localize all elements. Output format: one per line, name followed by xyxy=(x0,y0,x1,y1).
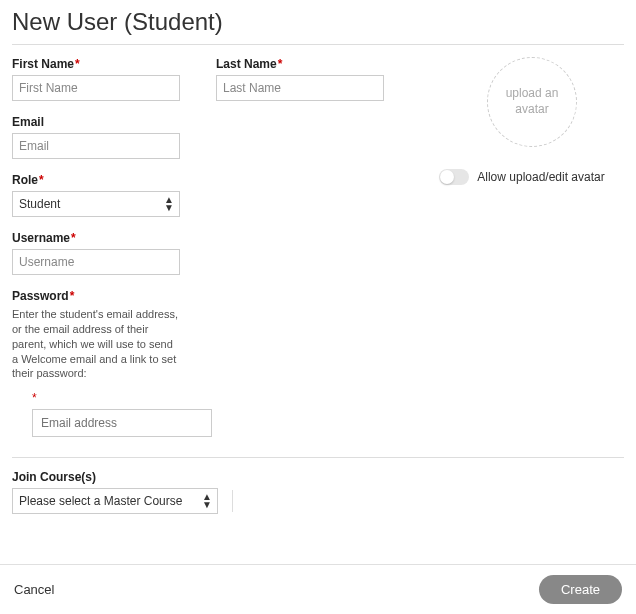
required-mark: * xyxy=(32,391,180,405)
allow-avatar-label: Allow upload/edit avatar xyxy=(477,170,604,184)
join-course-select[interactable]: Please select a Master Course xyxy=(12,488,218,514)
username-label: Username* xyxy=(12,231,180,245)
footer-bar: Cancel Create xyxy=(0,564,636,614)
password-email-input[interactable] xyxy=(32,409,212,437)
avatar-upload-zone[interactable]: upload an avatar xyxy=(487,57,577,147)
divider xyxy=(12,44,624,45)
avatar-placeholder-text: upload an avatar xyxy=(488,86,576,117)
first-name-input[interactable] xyxy=(12,75,180,101)
allow-avatar-toggle[interactable] xyxy=(439,169,469,185)
email-label: Email xyxy=(12,115,180,129)
password-helper-text: Enter the student's email address, or th… xyxy=(12,307,180,381)
last-name-input[interactable] xyxy=(216,75,384,101)
last-name-label: Last Name* xyxy=(216,57,384,71)
cancel-button[interactable]: Cancel xyxy=(14,582,54,597)
required-mark: * xyxy=(278,57,283,71)
role-label: Role* xyxy=(12,173,180,187)
required-mark: * xyxy=(75,57,80,71)
username-input[interactable] xyxy=(12,249,180,275)
password-label: Password* xyxy=(12,289,180,303)
create-button[interactable]: Create xyxy=(539,575,622,604)
divider xyxy=(12,457,624,458)
toggle-knob xyxy=(440,170,454,184)
role-select[interactable]: Student xyxy=(12,191,180,217)
required-mark: * xyxy=(70,289,75,303)
page-title: New User (Student) xyxy=(12,8,624,36)
first-name-label: First Name* xyxy=(12,57,180,71)
join-courses-label: Join Course(s) xyxy=(12,470,624,484)
divider xyxy=(232,490,233,512)
email-input[interactable] xyxy=(12,133,180,159)
required-mark: * xyxy=(71,231,76,245)
required-mark: * xyxy=(39,173,44,187)
